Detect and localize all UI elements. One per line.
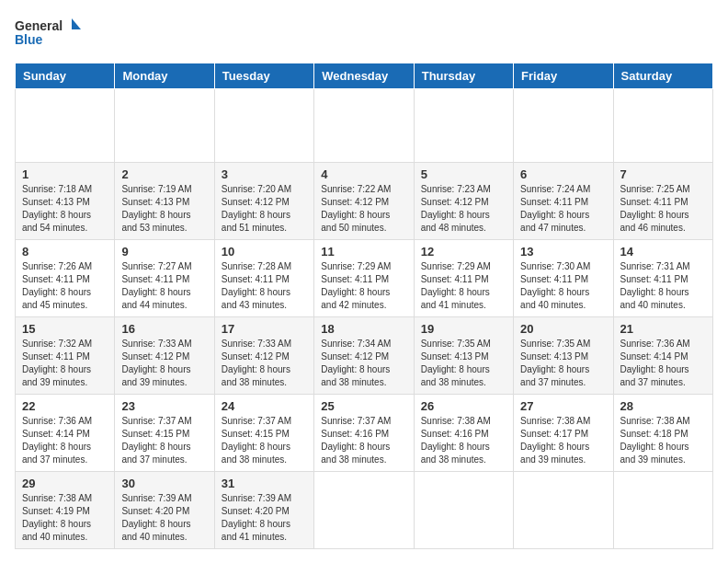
day-number: 27	[520, 399, 606, 413]
day-info: Sunrise: 7:36 AM Sunset: 4:14 PM Dayligh…	[22, 415, 108, 466]
day-info: Sunrise: 7:35 AM Sunset: 4:13 PM Dayligh…	[520, 338, 606, 389]
day-number: 13	[520, 245, 606, 259]
calendar-cell: 6Sunrise: 7:24 AM Sunset: 4:11 PM Daylig…	[514, 163, 613, 240]
day-number: 14	[620, 245, 706, 259]
day-info: Sunrise: 7:37 AM Sunset: 4:16 PM Dayligh…	[321, 415, 406, 466]
calendar-cell	[314, 89, 414, 163]
day-info: Sunrise: 7:22 AM Sunset: 4:12 PM Dayligh…	[321, 183, 406, 235]
calendar-cell: 18Sunrise: 7:34 AM Sunset: 4:12 PM Dayli…	[314, 317, 414, 395]
day-number: 28	[620, 399, 706, 413]
day-number: 19	[421, 322, 506, 336]
day-number: 15	[22, 322, 108, 336]
calendar-cell	[613, 472, 712, 549]
calendar-cell	[115, 89, 214, 163]
day-number: 5	[421, 167, 506, 181]
day-number: 12	[421, 245, 506, 259]
calendar-cell: 19Sunrise: 7:35 AM Sunset: 4:13 PM Dayli…	[414, 317, 513, 395]
day-info: Sunrise: 7:39 AM Sunset: 4:20 PM Dayligh…	[121, 492, 207, 544]
day-number: 25	[321, 399, 406, 413]
day-info: Sunrise: 7:29 AM Sunset: 4:11 PM Dayligh…	[321, 260, 406, 312]
logo-svg: General Blue	[15, 15, 88, 52]
day-header-wednesday: Wednesday	[314, 63, 414, 89]
day-number: 16	[121, 322, 207, 336]
day-info: Sunrise: 7:20 AM Sunset: 4:12 PM Dayligh…	[222, 183, 307, 235]
svg-text:Blue: Blue	[15, 32, 43, 47]
calendar-cell: 12Sunrise: 7:29 AM Sunset: 4:11 PM Dayli…	[414, 240, 513, 317]
calendar-cell: 15Sunrise: 7:32 AM Sunset: 4:11 PM Dayli…	[16, 317, 115, 395]
calendar-cell: 9Sunrise: 7:27 AM Sunset: 4:11 PM Daylig…	[115, 240, 214, 317]
day-info: Sunrise: 7:32 AM Sunset: 4:11 PM Dayligh…	[22, 338, 108, 389]
calendar-cell: 25Sunrise: 7:37 AM Sunset: 4:16 PM Dayli…	[314, 395, 414, 472]
day-info: Sunrise: 7:33 AM Sunset: 4:12 PM Dayligh…	[121, 338, 207, 389]
day-number: 30	[121, 477, 207, 490]
calendar-cell	[613, 89, 712, 163]
calendar-cell: 29Sunrise: 7:38 AM Sunset: 4:19 PM Dayli…	[16, 472, 115, 549]
day-number: 6	[520, 167, 606, 181]
day-info: Sunrise: 7:19 AM Sunset: 4:13 PM Dayligh…	[121, 183, 207, 235]
day-number: 7	[620, 167, 706, 181]
calendar-cell: 14Sunrise: 7:31 AM Sunset: 4:11 PM Dayli…	[613, 240, 712, 317]
day-header-sunday: Sunday	[16, 63, 115, 89]
day-info: Sunrise: 7:38 AM Sunset: 4:16 PM Dayligh…	[421, 415, 506, 466]
day-number: 31	[222, 477, 307, 490]
day-header-friday: Friday	[514, 63, 613, 89]
day-number: 11	[321, 245, 406, 259]
calendar-cell: 4Sunrise: 7:22 AM Sunset: 4:12 PM Daylig…	[314, 163, 414, 240]
calendar-cell: 24Sunrise: 7:37 AM Sunset: 4:15 PM Dayli…	[214, 395, 313, 472]
day-header-tuesday: Tuesday	[214, 63, 313, 89]
day-info: Sunrise: 7:26 AM Sunset: 4:11 PM Dayligh…	[22, 260, 108, 312]
day-info: Sunrise: 7:27 AM Sunset: 4:11 PM Dayligh…	[121, 260, 207, 312]
calendar-cell: 31Sunrise: 7:39 AM Sunset: 4:20 PM Dayli…	[214, 472, 313, 549]
calendar-cell: 2Sunrise: 7:19 AM Sunset: 4:13 PM Daylig…	[115, 163, 214, 240]
calendar-cell: 3Sunrise: 7:20 AM Sunset: 4:12 PM Daylig…	[214, 163, 313, 240]
calendar-cell: 26Sunrise: 7:38 AM Sunset: 4:16 PM Dayli…	[414, 395, 513, 472]
day-number: 21	[620, 322, 706, 336]
day-number: 22	[22, 399, 108, 413]
calendar-cell: 1Sunrise: 7:18 AM Sunset: 4:13 PM Daylig…	[16, 163, 115, 240]
day-info: Sunrise: 7:33 AM Sunset: 4:12 PM Dayligh…	[222, 338, 307, 389]
calendar-cell	[16, 89, 115, 163]
calendar-cell	[414, 472, 513, 549]
calendar-table: SundayMondayTuesdayWednesdayThursdayFrid…	[15, 63, 713, 549]
day-info: Sunrise: 7:29 AM Sunset: 4:11 PM Dayligh…	[421, 260, 506, 312]
day-info: Sunrise: 7:24 AM Sunset: 4:11 PM Dayligh…	[520, 183, 606, 235]
day-number: 1	[22, 167, 108, 181]
calendar-cell: 13Sunrise: 7:30 AM Sunset: 4:11 PM Dayli…	[514, 240, 613, 317]
day-header-monday: Monday	[115, 63, 214, 89]
calendar-cell: 22Sunrise: 7:36 AM Sunset: 4:14 PM Dayli…	[16, 395, 115, 472]
calendar-cell: 21Sunrise: 7:36 AM Sunset: 4:14 PM Dayli…	[613, 317, 712, 395]
day-info: Sunrise: 7:38 AM Sunset: 4:19 PM Dayligh…	[22, 492, 108, 544]
day-number: 24	[222, 399, 307, 413]
calendar-cell: 8Sunrise: 7:26 AM Sunset: 4:11 PM Daylig…	[16, 240, 115, 317]
day-number: 2	[121, 167, 207, 181]
calendar-cell: 16Sunrise: 7:33 AM Sunset: 4:12 PM Dayli…	[115, 317, 214, 395]
day-info: Sunrise: 7:35 AM Sunset: 4:13 PM Dayligh…	[421, 338, 506, 389]
calendar-cell: 10Sunrise: 7:28 AM Sunset: 4:11 PM Dayli…	[214, 240, 313, 317]
day-header-saturday: Saturday	[613, 63, 712, 89]
calendar-cell	[514, 472, 613, 549]
day-number: 10	[222, 245, 307, 259]
calendar-cell	[214, 89, 313, 163]
calendar-cell: 30Sunrise: 7:39 AM Sunset: 4:20 PM Dayli…	[115, 472, 214, 549]
day-number: 4	[321, 167, 406, 181]
day-number: 17	[222, 322, 307, 336]
day-number: 26	[421, 399, 506, 413]
day-info: Sunrise: 7:38 AM Sunset: 4:18 PM Dayligh…	[620, 415, 706, 466]
day-info: Sunrise: 7:18 AM Sunset: 4:13 PM Dayligh…	[22, 183, 108, 235]
day-number: 18	[321, 322, 406, 336]
calendar-cell: 28Sunrise: 7:38 AM Sunset: 4:18 PM Dayli…	[613, 395, 712, 472]
day-info: Sunrise: 7:37 AM Sunset: 4:15 PM Dayligh…	[222, 415, 307, 466]
day-info: Sunrise: 7:30 AM Sunset: 4:11 PM Dayligh…	[520, 260, 606, 312]
day-info: Sunrise: 7:36 AM Sunset: 4:14 PM Dayligh…	[620, 338, 706, 389]
day-number: 23	[121, 399, 207, 413]
calendar-cell: 20Sunrise: 7:35 AM Sunset: 4:13 PM Dayli…	[514, 317, 613, 395]
day-info: Sunrise: 7:31 AM Sunset: 4:11 PM Dayligh…	[620, 260, 706, 312]
svg-marker-2	[72, 18, 81, 29]
calendar-cell: 11Sunrise: 7:29 AM Sunset: 4:11 PM Dayli…	[314, 240, 414, 317]
day-info: Sunrise: 7:23 AM Sunset: 4:12 PM Dayligh…	[421, 183, 506, 235]
day-info: Sunrise: 7:28 AM Sunset: 4:11 PM Dayligh…	[222, 260, 307, 312]
calendar-cell: 17Sunrise: 7:33 AM Sunset: 4:12 PM Dayli…	[214, 317, 313, 395]
calendar-cell	[414, 89, 513, 163]
day-info: Sunrise: 7:25 AM Sunset: 4:11 PM Dayligh…	[620, 183, 706, 235]
logo: General Blue	[15, 15, 88, 52]
